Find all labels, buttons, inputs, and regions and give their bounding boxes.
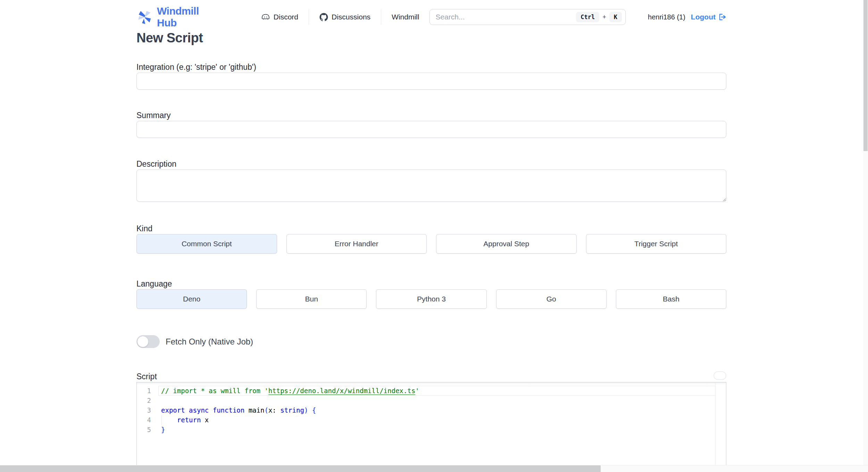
line-number: 3: [137, 405, 158, 415]
nav-label-windmill: Windmill: [392, 13, 419, 21]
page-title: New Script: [136, 31, 726, 45]
code-line-5: 5}: [137, 425, 716, 434]
logout-icon: [718, 13, 726, 21]
logout-link[interactable]: Logout: [691, 13, 726, 21]
line-code: export async function main(x: string) {: [158, 405, 716, 415]
editor-pill-toggle[interactable]: [713, 371, 726, 380]
script-header-row: Script: [136, 371, 726, 382]
kind-options-row: Common ScriptError HandlerApproval StepT…: [136, 234, 726, 254]
brand-title: Windmill Hub: [157, 5, 219, 29]
integration-section: Integration (e.g: 'stripe' or 'github'): [136, 63, 726, 90]
discord-icon: [261, 13, 270, 22]
line-number: 2: [137, 396, 158, 405]
integration-input[interactable]: [136, 73, 726, 90]
language-option-go[interactable]: Go: [496, 289, 607, 309]
editor-scrollbar-track[interactable]: [715, 382, 716, 472]
language-option-bash[interactable]: Bash: [616, 289, 726, 309]
fetch-only-row: Fetch Only (Native Job): [136, 335, 726, 348]
kind-option-trigger-script[interactable]: Trigger Script: [586, 234, 727, 254]
kbd-plus: +: [602, 14, 606, 21]
nav-item-discussions[interactable]: Discussions: [309, 13, 381, 22]
horizontal-scrollbar-thumb[interactable]: [0, 465, 601, 472]
nav-item-windmill[interactable]: Windmill: [381, 13, 429, 21]
kind-label: Kind: [136, 224, 726, 233]
search-input[interactable]: [435, 13, 576, 21]
description-label: Description: [136, 159, 726, 168]
summary-section: Summary: [136, 111, 726, 138]
editor-lines: 1// import * as wmill from 'https://deno…: [137, 386, 716, 434]
kbd-ctrl: Ctrl: [576, 12, 599, 22]
language-option-python-3[interactable]: Python 3: [376, 289, 486, 309]
code-line-3: 3export async function main(x: string) {: [137, 405, 716, 415]
language-options-row: DenoBunPython 3GoBash: [136, 289, 726, 309]
username-label: henri186 (1): [648, 13, 685, 21]
code-line-4: 4 return x: [137, 415, 716, 425]
kind-option-common-script[interactable]: Common Script: [136, 234, 277, 254]
integration-label: Integration (e.g: 'stripe' or 'github'): [136, 63, 726, 72]
main-container: Windmill Hub Discord: [136, 0, 726, 472]
line-number: 1: [137, 386, 158, 396]
logout-label: Logout: [691, 13, 716, 21]
kind-option-error-handler[interactable]: Error Handler: [286, 234, 427, 254]
brand-link[interactable]: Windmill Hub: [136, 5, 219, 29]
code-editor[interactable]: 1// import * as wmill from 'https://deno…: [136, 382, 726, 472]
kbd-k: K: [609, 12, 622, 22]
search-box[interactable]: Ctrl + K: [429, 9, 626, 25]
language-option-deno[interactable]: Deno: [136, 289, 247, 309]
nav-item-discord[interactable]: Discord: [251, 13, 309, 22]
nav-label-discussions: Discussions: [332, 13, 370, 21]
language-option-bun[interactable]: Bun: [256, 289, 367, 309]
search-shortcut: Ctrl + K: [576, 12, 622, 22]
nav-label-discord: Discord: [274, 13, 298, 21]
vertical-scrollbar-thumb[interactable]: [863, 0, 868, 151]
summary-input[interactable]: [136, 121, 726, 138]
user-area: henri186 (1) Logout: [648, 13, 726, 21]
fetch-only-label: Fetch Only (Native Job): [166, 337, 253, 347]
description-textarea[interactable]: [136, 169, 726, 202]
script-label: Script: [136, 372, 157, 381]
line-code: return x: [158, 415, 716, 425]
line-number: 4: [137, 415, 158, 425]
line-code: }: [158, 425, 716, 434]
line-code: [158, 396, 716, 405]
kind-option-approval-step[interactable]: Approval Step: [436, 234, 577, 254]
code-line-1: 1// import * as wmill from 'https://deno…: [137, 386, 716, 396]
summary-label: Summary: [136, 111, 726, 120]
language-section: Language DenoBunPython 3GoBash: [136, 279, 726, 309]
line-code: // import * as wmill from 'https://deno.…: [158, 386, 716, 396]
page-horizontal-scrollbar[interactable]: [0, 465, 868, 472]
language-label: Language: [136, 279, 726, 288]
kind-section: Kind Common ScriptError HandlerApproval …: [136, 224, 726, 254]
page-vertical-scrollbar[interactable]: [863, 0, 868, 472]
header: Windmill Hub Discord: [136, 0, 726, 26]
description-section: Description: [136, 159, 726, 203]
main-nav: Discord Discussions Windmill: [251, 9, 430, 25]
code-line-2: 2: [137, 396, 716, 405]
line-number: 5: [137, 425, 158, 434]
github-icon: [319, 13, 328, 22]
windmill-logo-icon: [136, 9, 153, 25]
fetch-only-toggle[interactable]: [136, 335, 160, 348]
toggle-knob: [137, 336, 149, 347]
